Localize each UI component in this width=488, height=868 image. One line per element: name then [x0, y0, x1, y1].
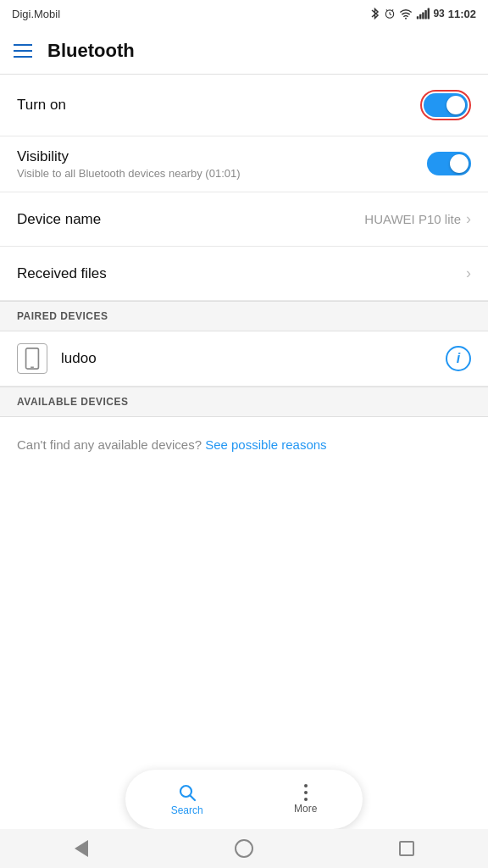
home-button[interactable] — [232, 837, 256, 860]
paired-devices-header: PAIRED DEVICES — [0, 301, 488, 331]
svg-rect-6 — [417, 16, 419, 19]
menu-button[interactable] — [14, 44, 32, 58]
see-reasons-link[interactable]: See possible reasons — [205, 437, 326, 452]
svg-rect-8 — [423, 12, 424, 19]
paired-device-name: ludoo — [61, 350, 446, 367]
system-nav — [0, 829, 488, 868]
visibility-label: Visibility — [17, 148, 241, 165]
no-devices-text: Can't find any available devices? — [17, 437, 202, 452]
device-name-row[interactable]: Device name HUAWEI P10 lite › — [0, 192, 488, 247]
received-files-row[interactable]: Received files › — [0, 247, 488, 301]
visibility-row: Visibility Visible to all Bluetooth devi… — [0, 136, 488, 192]
svg-rect-10 — [428, 8, 430, 19]
carrier-label: Digi.Mobil — [12, 8, 60, 20]
app-bar: Bluetooth — [0, 27, 488, 75]
svg-line-4 — [392, 9, 394, 11]
received-files-chevron: › — [466, 264, 471, 282]
back-icon — [75, 840, 88, 857]
status-time: 11:02 — [448, 8, 476, 20]
settings-list: Turn on Visibility Visible to all Blueto… — [0, 75, 488, 472]
page-title: Bluetooth — [47, 40, 135, 62]
signal-icon — [416, 8, 430, 19]
search-icon — [177, 782, 197, 803]
more-label: More — [294, 803, 317, 815]
visibility-toggle-wrapper — [427, 152, 471, 175]
bluetooth-status-icon — [369, 7, 380, 20]
device-info-button[interactable]: i — [446, 346, 471, 371]
svg-point-5 — [405, 17, 407, 19]
device-name-chevron: › — [466, 210, 471, 228]
svg-rect-7 — [419, 14, 421, 19]
status-bar: Digi.Mobil 93 — [0, 0, 488, 27]
device-name-label: Device name — [17, 211, 101, 228]
device-phone-icon — [17, 343, 47, 374]
svg-line-2 — [390, 14, 391, 15]
svg-line-3 — [386, 9, 388, 11]
turn-on-label: Turn on — [17, 97, 66, 114]
turn-on-toggle-wrapper — [420, 90, 471, 120]
more-dots-icon — [304, 784, 308, 801]
no-devices-message: Can't find any available devices? See po… — [0, 417, 488, 472]
back-button[interactable] — [69, 837, 93, 860]
svg-line-14 — [190, 796, 195, 801]
status-icons: 93 11:02 — [369, 7, 476, 20]
device-name-value: HUAWEI P10 lite › — [364, 210, 471, 228]
visibility-sublabel: Visible to all Bluetooth devices nearby … — [17, 167, 241, 180]
nav-more[interactable]: More — [274, 777, 337, 821]
alarm-icon — [384, 8, 396, 19]
paired-device-row[interactable]: ludoo i — [0, 331, 488, 387]
recents-icon — [399, 841, 414, 856]
available-devices-header: AVAILABLE DEVICES — [0, 387, 488, 417]
recents-button[interactable] — [395, 837, 419, 860]
svg-rect-9 — [425, 10, 427, 19]
wifi-icon — [399, 8, 413, 19]
turn-on-toggle[interactable] — [424, 93, 468, 117]
visibility-toggle[interactable] — [427, 152, 471, 175]
received-files-label: Received files — [17, 265, 107, 282]
home-icon — [235, 839, 253, 858]
svg-rect-11 — [26, 348, 39, 369]
battery-level: 93 — [433, 8, 444, 19]
nav-search[interactable]: Search — [151, 776, 224, 823]
bottom-nav: Search More — [125, 770, 363, 829]
turn-on-row: Turn on — [0, 75, 488, 136]
search-label: Search — [171, 804, 203, 816]
